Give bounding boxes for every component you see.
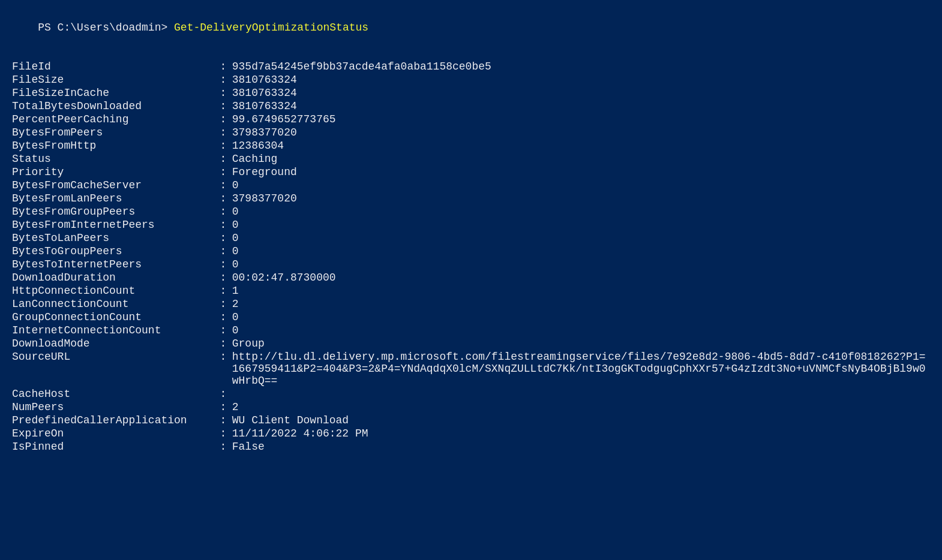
table-row: CacheHost: bbox=[12, 387, 930, 401]
output-value: 0 bbox=[232, 258, 930, 271]
output-value: 99.6749652773765 bbox=[232, 113, 930, 126]
output-value bbox=[232, 387, 930, 401]
output-value: False bbox=[232, 440, 930, 453]
command-text: Get-DeliveryOptimizationStatus bbox=[174, 22, 368, 34]
output-value: Foreground bbox=[232, 165, 930, 179]
table-row: GroupConnectionCount:0 bbox=[12, 311, 930, 324]
output-key: BytesFromLanPeers bbox=[12, 192, 215, 205]
output-key: IsPinned bbox=[12, 440, 215, 453]
output-colon: : bbox=[215, 427, 232, 440]
table-row: BytesFromGroupPeers:0 bbox=[12, 205, 930, 218]
output-colon: : bbox=[215, 192, 232, 205]
output-colon: : bbox=[215, 311, 232, 324]
output-value: 00:02:47.8730000 bbox=[232, 271, 930, 284]
output-key: BytesFromGroupPeers bbox=[12, 205, 215, 218]
table-row: TotalBytesDownloaded:3810763324 bbox=[12, 100, 930, 113]
output-colon: : bbox=[215, 218, 232, 231]
output-key: FileSizeInCache bbox=[12, 86, 215, 100]
output-colon: : bbox=[215, 179, 232, 192]
table-row: HttpConnectionCount:1 bbox=[12, 284, 930, 297]
table-row: BytesToGroupPeers:0 bbox=[12, 245, 930, 258]
output-colon: : bbox=[215, 401, 232, 414]
output-key: Priority bbox=[12, 165, 215, 179]
output-key: InternetConnectionCount bbox=[12, 324, 215, 337]
table-row: BytesFromInternetPeers:0 bbox=[12, 218, 930, 231]
output-value: 0 bbox=[232, 205, 930, 218]
output-value: 0 bbox=[232, 218, 930, 231]
output-key: NumPeers bbox=[12, 401, 215, 414]
output-table: FileId:935d7a54245ef9bb37acde4afa0aba115… bbox=[12, 60, 930, 453]
table-row: BytesFromHttp:12386304 bbox=[12, 139, 930, 152]
output-key: BytesToInternetPeers bbox=[12, 258, 215, 271]
output-value: 0 bbox=[232, 245, 930, 258]
table-row: FileId:935d7a54245ef9bb37acde4afa0aba115… bbox=[12, 60, 930, 73]
output-colon: : bbox=[215, 297, 232, 311]
output-key: HttpConnectionCount bbox=[12, 284, 215, 297]
output-key: DownloadMode bbox=[12, 337, 215, 350]
output-value: Caching bbox=[232, 152, 930, 165]
output-colon: : bbox=[215, 231, 232, 245]
output-value: 11/11/2022 4:06:22 PM bbox=[232, 427, 930, 440]
output-key: PercentPeerCaching bbox=[12, 113, 215, 126]
output-key: CacheHost bbox=[12, 387, 215, 401]
output-colon: : bbox=[215, 205, 232, 218]
output-colon: : bbox=[215, 271, 232, 284]
table-row: PredefinedCallerApplication:WU Client Do… bbox=[12, 414, 930, 427]
prompt-text: PS C:\Users\doadmin> bbox=[38, 22, 174, 34]
table-row: BytesToLanPeers:0 bbox=[12, 231, 930, 245]
table-row: ExpireOn:11/11/2022 4:06:22 PM bbox=[12, 427, 930, 440]
output-key: FileId bbox=[12, 60, 215, 73]
output-colon: : bbox=[215, 139, 232, 152]
output-colon: : bbox=[215, 440, 232, 453]
output-colon: : bbox=[215, 86, 232, 100]
output-colon: : bbox=[215, 126, 232, 139]
table-row: DownloadMode:Group bbox=[12, 337, 930, 350]
table-row: IsPinned:False bbox=[12, 440, 930, 453]
output-value: 0 bbox=[232, 179, 930, 192]
output-colon: : bbox=[215, 60, 232, 73]
output-colon: : bbox=[215, 337, 232, 350]
output-colon: : bbox=[215, 165, 232, 179]
output-colon: : bbox=[215, 245, 232, 258]
output-value: 0 bbox=[232, 324, 930, 337]
output-colon: : bbox=[215, 284, 232, 297]
output-value: WU Client Download bbox=[232, 414, 930, 427]
table-row: FileSize:3810763324 bbox=[12, 73, 930, 86]
output-key: BytesFromHttp bbox=[12, 139, 215, 152]
output-colon: : bbox=[215, 350, 232, 387]
output-key: ExpireOn bbox=[12, 427, 215, 440]
table-row: BytesToInternetPeers:0 bbox=[12, 258, 930, 271]
output-key: GroupConnectionCount bbox=[12, 311, 215, 324]
table-row: BytesFromPeers:3798377020 bbox=[12, 126, 930, 139]
output-key: Status bbox=[12, 152, 215, 165]
terminal-window: PS C:\Users\doadmin> Get-DeliveryOptimiz… bbox=[12, 10, 930, 453]
output-value: 3798377020 bbox=[232, 126, 930, 139]
table-row: LanConnectionCount:2 bbox=[12, 297, 930, 311]
output-key: TotalBytesDownloaded bbox=[12, 100, 215, 113]
output-value: 12386304 bbox=[232, 139, 930, 152]
output-colon: : bbox=[215, 324, 232, 337]
table-row: PercentPeerCaching:99.6749652773765 bbox=[12, 113, 930, 126]
output-key: BytesToLanPeers bbox=[12, 231, 215, 245]
output-value: 0 bbox=[232, 231, 930, 245]
output-value: 3810763324 bbox=[232, 100, 930, 113]
output-value: http://tlu.dl.delivery.mp.microsoft.com/… bbox=[232, 350, 930, 387]
table-row: NumPeers:2 bbox=[12, 401, 930, 414]
table-row: BytesFromLanPeers:3798377020 bbox=[12, 192, 930, 205]
table-row: FileSizeInCache:3810763324 bbox=[12, 86, 930, 100]
table-row: InternetConnectionCount:0 bbox=[12, 324, 930, 337]
output-value: 3798377020 bbox=[232, 192, 930, 205]
output-colon: : bbox=[215, 258, 232, 271]
table-row: DownloadDuration:00:02:47.8730000 bbox=[12, 271, 930, 284]
output-colon: : bbox=[215, 414, 232, 427]
output-value: 2 bbox=[232, 401, 930, 414]
output-key: BytesToGroupPeers bbox=[12, 245, 215, 258]
output-key: FileSize bbox=[12, 73, 215, 86]
table-row: Status:Caching bbox=[12, 152, 930, 165]
output-key: PredefinedCallerApplication bbox=[12, 414, 215, 427]
output-value: 3810763324 bbox=[232, 86, 930, 100]
output-key: LanConnectionCount bbox=[12, 297, 215, 311]
prompt-line: PS C:\Users\doadmin> Get-DeliveryOptimiz… bbox=[12, 10, 930, 46]
output-value: 1 bbox=[232, 284, 930, 297]
output-value: 935d7a54245ef9bb37acde4afa0aba1158ce0be5 bbox=[232, 60, 930, 73]
